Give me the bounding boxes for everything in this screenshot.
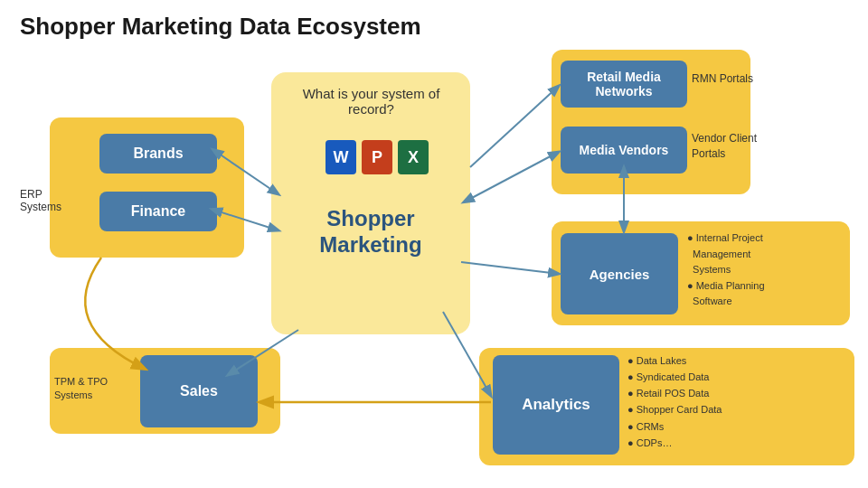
agencies-bullets: ● Internal Project Management Systems● M… — [687, 230, 765, 310]
powerpoint-icon: P — [362, 140, 392, 174]
brands-box: Brands — [99, 134, 217, 174]
tpm-label: TPM & TPOSystems — [54, 375, 108, 403]
finance-box: Finance — [99, 192, 217, 231]
media-vendors-box: Media Vendors — [561, 127, 687, 174]
system-of-record-question: What is your system of record? — [283, 86, 459, 117]
vendor-client-portals-label: Vendor ClientPortals — [692, 131, 757, 162]
page-title: Shopper Marketing Data Ecosystem — [20, 13, 421, 41]
app-icons-group: W P X — [326, 140, 429, 174]
agencies-bullet-1: ● Internal Project Management Systems● M… — [687, 232, 765, 306]
word-icon: W — [326, 140, 356, 174]
analytics-box: Analytics — [493, 355, 619, 455]
analytics-bullets: ● Data Lakes ● Syndicated Data ● Retail … — [627, 352, 722, 451]
sales-box: Sales — [140, 355, 258, 427]
excel-icon: X — [398, 140, 429, 174]
svg-line-2 — [470, 86, 559, 167]
svg-line-3 — [470, 152, 559, 199]
svg-line-4 — [461, 262, 559, 274]
rmn-box: Retail Media Networks — [561, 61, 687, 108]
rmn-portals-label: RMN Portals — [692, 72, 753, 85]
agencies-box: Agencies — [561, 233, 678, 314]
shopper-marketing-label: Shopper Marketing — [280, 206, 461, 258]
erp-label: ERPSystems — [20, 188, 61, 213]
